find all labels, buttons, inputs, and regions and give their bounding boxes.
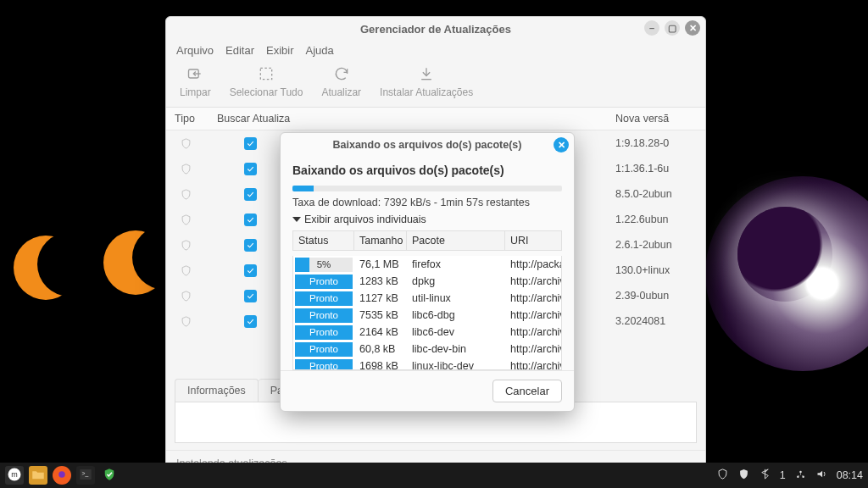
download-uri: http://archive: [505, 275, 561, 287]
tray-count: 1: [780, 469, 786, 481]
tray-clock[interactable]: 08:14: [837, 469, 863, 481]
tray-network-icon[interactable]: [794, 468, 807, 483]
svg-point-10: [799, 471, 802, 474]
taskbar-update-shield[interactable]: [100, 466, 119, 485]
expander-label: Exibir arquivos individuais: [304, 214, 426, 225]
download-row[interactable]: Pronto1698 kBlinux-libc-devhttp://archiv…: [293, 358, 561, 370]
row-version: 1.22.6ubun: [615, 214, 697, 225]
download-status: Pronto: [295, 342, 353, 357]
download-row[interactable]: Pronto2164 kBlibc6-devhttp://archive: [293, 324, 561, 341]
row-version: 1:1.36.1-6u: [615, 163, 697, 175]
download-package: libc-dev-bin: [407, 343, 505, 355]
menu-arquivo[interactable]: Arquivo: [176, 44, 214, 57]
row-type-icon: [175, 136, 217, 151]
refresh-icon: [333, 65, 350, 85]
svg-rect-1: [260, 68, 271, 79]
download-package: libc6-dbg: [407, 309, 505, 321]
download-row[interactable]: Pronto7535 kBlibc6-dbghttp://archive: [293, 307, 561, 324]
download-icon: [418, 65, 435, 85]
download-status: Pronto: [295, 274, 353, 289]
toolbar-refresh-label: Atualizar: [321, 86, 361, 98]
taskbar-firefox[interactable]: [53, 466, 71, 485]
download-package: util-linux: [407, 292, 505, 304]
toolbar-clear-button[interactable]: Limpar: [180, 65, 211, 98]
mint-logo-icon: m: [7, 467, 22, 485]
row-type-icon: [175, 162, 217, 176]
window-titlebar[interactable]: Gerenciador de Atualizações – ▢ ✕: [166, 17, 705, 41]
tray-volume-icon[interactable]: [815, 468, 828, 483]
row-type-icon: [175, 314, 217, 329]
dialog-heading: Baixando os arquivos do(s) pacote(s): [292, 164, 562, 177]
tab-informacoes[interactable]: Informações: [175, 379, 259, 402]
download-row[interactable]: Pronto60,8 kBlibc-dev-binhttp://archive: [293, 341, 561, 358]
dl-col-pkg[interactable]: Pacote: [407, 231, 505, 250]
download-size: 7535 kB: [354, 309, 407, 321]
toolbar-refresh-button[interactable]: Atualizar: [321, 65, 361, 98]
toolbar-install-label: Instalar Atualizações: [380, 86, 473, 98]
menu-editar[interactable]: Editar: [225, 44, 254, 57]
download-package: libc6-dev: [407, 326, 505, 338]
row-version: 2.39-0ubun: [615, 290, 697, 302]
menu-ajuda[interactable]: Ajuda: [306, 44, 334, 57]
svg-text:>_: >_: [82, 469, 89, 476]
dl-col-uri[interactable]: URI: [505, 231, 561, 250]
toolbar: Limpar Selecionar Tudo Atualizar Instala…: [166, 60, 705, 108]
clear-icon: [186, 65, 203, 85]
menu-exibir[interactable]: Exibir: [266, 44, 294, 57]
toolbar-select-all-button[interactable]: Selecionar Tudo: [230, 65, 303, 98]
menubar: Arquivo Editar Exibir Ajuda: [166, 41, 705, 60]
row-type-icon: [175, 213, 217, 227]
download-uri: http://archive: [505, 343, 561, 355]
row-version: 1:9.18.28-0: [615, 137, 697, 149]
menu-button[interactable]: m: [5, 466, 24, 485]
download-status: Pronto: [295, 359, 353, 371]
download-row[interactable]: Pronto1127 kButil-linuxhttp://archive: [293, 290, 561, 307]
row-version: 2.6.1-2ubun: [615, 239, 697, 251]
row-version: 3.2024081: [615, 315, 697, 327]
row-type-icon: [175, 263, 217, 278]
taskbar-files[interactable]: [29, 466, 47, 485]
download-uri: http://archive: [505, 360, 561, 370]
window-close-button[interactable]: ✕: [685, 20, 700, 36]
svg-point-5: [58, 471, 65, 478]
taskbar: m >_ 1 08:14: [0, 463, 868, 488]
download-size: 2164 kB: [354, 326, 407, 338]
download-size: 1698 kB: [354, 360, 407, 370]
download-size: 60,8 kB: [354, 343, 407, 355]
tray-update-icon[interactable]: [716, 468, 729, 483]
col-buscar[interactable]: Buscar Atualiza: [217, 113, 319, 125]
col-tipo[interactable]: Tipo: [175, 113, 217, 125]
download-size: 1127 kB: [354, 292, 407, 304]
window-minimize-button[interactable]: –: [644, 20, 659, 36]
download-row[interactable]: 5%76,1 MBfirefoxhttp://packag: [293, 256, 561, 273]
downloads-table-header: Status Tamanho Pacote URI: [292, 230, 562, 251]
dialog-titlebar[interactable]: Baixando os arquivos do(s) pacote(s) ✕: [281, 133, 574, 157]
chevron-down-icon: [292, 217, 301, 222]
dl-col-size[interactable]: Tamanho: [354, 231, 407, 250]
tray-shield-icon[interactable]: [737, 468, 750, 483]
download-uri: http://archive: [505, 326, 561, 338]
cancel-button[interactable]: Cancelar: [492, 380, 562, 402]
download-uri: http://packag: [505, 258, 561, 270]
terminal-icon: >_: [78, 467, 93, 485]
download-status: Pronto: [295, 291, 353, 306]
download-package: firefox: [407, 258, 505, 270]
toolbar-install-button[interactable]: Instalar Atualizações: [380, 65, 473, 98]
download-package: linux-libc-dev: [407, 360, 505, 370]
download-row[interactable]: Pronto1283 kBdpkghttp://archive: [293, 273, 561, 290]
wallpaper-moon-1: [14, 236, 78, 300]
taskbar-terminal[interactable]: >_: [76, 466, 95, 485]
download-dialog: Baixando os arquivos do(s) pacote(s) ✕ B…: [280, 132, 575, 412]
dialog-title: Baixando os arquivos do(s) pacote(s): [333, 139, 522, 151]
row-type-icon: [175, 187, 217, 202]
col-versao[interactable]: Nova versã: [615, 113, 697, 125]
row-version: 130.0+linux: [615, 264, 697, 276]
downloads-table-body: 5%76,1 MBfirefoxhttp://packagPronto1283 …: [292, 256, 562, 370]
window-title: Gerenciador de Atualizações: [360, 23, 511, 36]
dl-col-status[interactable]: Status: [293, 231, 354, 250]
tray-bluetooth-icon[interactable]: [759, 468, 771, 483]
expand-individual-files[interactable]: Exibir arquivos individuais: [292, 214, 562, 225]
row-version: 8.5.0-2ubun: [615, 188, 697, 200]
window-maximize-button[interactable]: ▢: [665, 20, 680, 36]
dialog-close-button[interactable]: ✕: [554, 137, 569, 152]
